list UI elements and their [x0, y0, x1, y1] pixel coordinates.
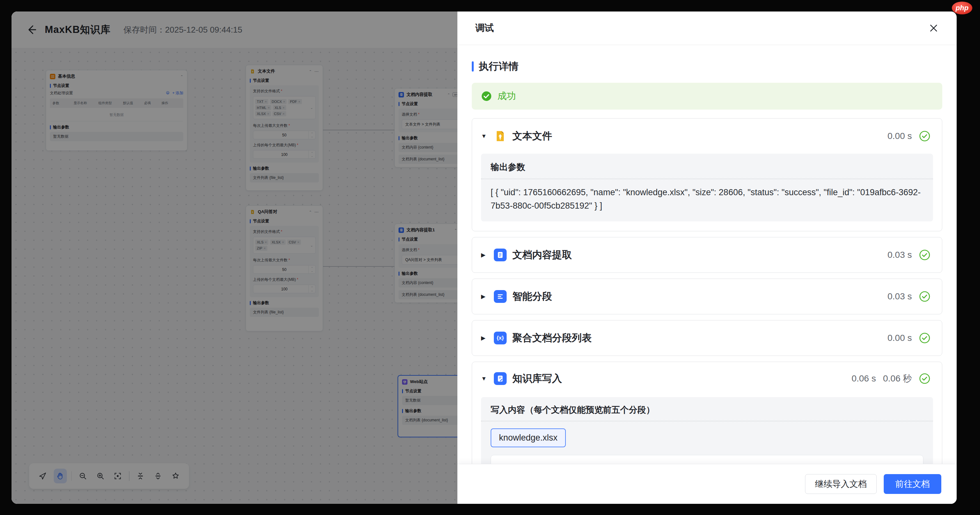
debug-row-header[interactable]: ▶ {x} 聚合文档分段列表 0.00 s — [472, 320, 942, 356]
debug-panel: 调试 执行详情 成功 ▼ — [457, 11, 957, 504]
check-circle-icon — [919, 249, 931, 261]
status-banner: 成功 — [472, 83, 942, 109]
status-text: 成功 — [497, 90, 516, 103]
upload-doc-icon — [494, 130, 507, 143]
success-check-icon — [481, 90, 492, 102]
caret-down-icon[interactable]: ▼ — [481, 133, 494, 139]
doc-extract-icon — [494, 249, 507, 261]
output-params-box: 输出参数 [ { "uid": 1765160662695, "name": "… — [481, 154, 933, 222]
close-icon — [929, 23, 939, 33]
debug-row-text-file: ▼ 文本文件 0.00 s 输出参数 [ { "uid": 1765160662… — [472, 118, 942, 231]
file-chip[interactable]: knowledge.xlsx — [491, 428, 566, 447]
check-circle-icon — [919, 373, 931, 384]
doc-preview-card: 1. 同辉智慧党建平台PRD文档20201016.pdf — [491, 455, 923, 464]
check-circle-icon — [919, 291, 931, 302]
caret-down-icon[interactable]: ▼ — [481, 376, 494, 382]
output-params-json: [ { "uid": 1765160662695, "name": "knowl… — [481, 179, 933, 222]
debug-panel-body: 执行详情 成功 ▼ 文本文件 0.00 s — [457, 45, 957, 464]
row-time: 0.06 s — [851, 374, 876, 384]
debug-row-header[interactable]: ▼ 文本文件 0.00 s — [472, 119, 942, 154]
go-to-docs-button[interactable]: 前往文档 — [884, 474, 941, 494]
debug-row-kb-write: ▼ 知识库写入 0.06 s 0.06 秒 写入内容（每个文档仅能预览前五个分段… — [472, 362, 942, 464]
php-badge: php — [952, 2, 972, 14]
check-circle-icon — [919, 332, 931, 344]
debug-row-segment: ▶ 智能分段 0.03 s — [472, 279, 942, 314]
row-time: 0.00 s — [888, 333, 912, 343]
debug-row-header[interactable]: ▶ 智能分段 0.03 s — [472, 279, 942, 314]
app-window: MaxKB知识库 保存时间：2025-12-05 09:44:15 基本信息 ⌃… — [11, 11, 957, 504]
row-title: 智能分段 — [512, 290, 552, 303]
screen: php MaxKB知识库 保存时间：2025-12-05 09:44:15 基本… — [0, 0, 980, 515]
row-title: 文档内容提取 — [512, 248, 572, 261]
php-badge-label: php — [956, 4, 969, 12]
row-time: 0.00 s — [888, 131, 912, 141]
debug-row-doc-extract: ▶ 文档内容提取 0.03 s — [472, 237, 942, 273]
write-content-box: 写入内容（每个文档仅能预览前五个分段） knowledge.xlsx 1. 同辉… — [481, 397, 933, 464]
row-title: 聚合文档分段列表 — [512, 331, 592, 345]
caret-right-icon[interactable]: ▶ — [481, 252, 494, 258]
panel-title: 调试 — [475, 22, 494, 35]
output-params-label: 输出参数 — [481, 154, 933, 179]
exec-detail-title: 执行详情 — [472, 60, 942, 73]
row-time-alt: 0.06 秒 — [883, 372, 912, 385]
caret-right-icon[interactable]: ▶ — [481, 334, 494, 342]
continue-import-button[interactable]: 继续导入文档 — [805, 474, 877, 494]
row-time: 0.03 s — [888, 250, 912, 260]
kb-write-icon — [494, 372, 507, 385]
row-title: 知识库写入 — [512, 372, 562, 385]
debug-row-header[interactable]: ▼ 知识库写入 0.06 s 0.06 秒 — [472, 362, 942, 395]
close-button[interactable] — [927, 21, 941, 35]
debug-panel-header: 调试 — [457, 11, 957, 45]
debug-panel-footer: 继续导入文档 前往文档 — [457, 464, 957, 504]
debug-row-aggregate: ▶ {x} 聚合文档分段列表 0.00 s — [472, 320, 942, 356]
segment-icon — [494, 290, 507, 303]
caret-right-icon[interactable]: ▶ — [481, 293, 494, 300]
write-content-label: 写入内容（每个文档仅能预览前五个分段） — [481, 397, 933, 422]
debug-row-header[interactable]: ▶ 文档内容提取 0.03 s — [472, 238, 942, 273]
row-title: 文本文件 — [512, 129, 552, 143]
check-circle-icon — [919, 130, 931, 142]
row-time: 0.03 s — [888, 292, 912, 301]
aggregate-icon: {x} — [494, 332, 507, 344]
